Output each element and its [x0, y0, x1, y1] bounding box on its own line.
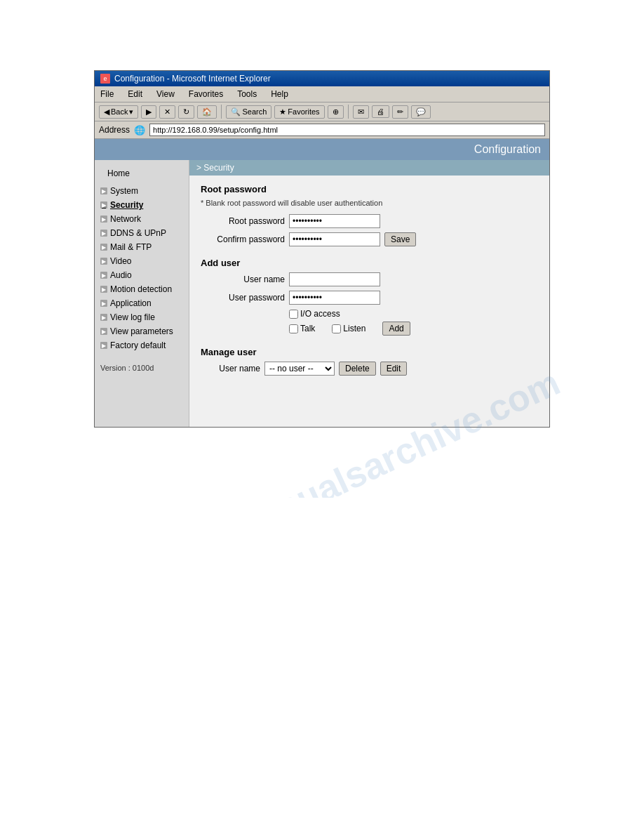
address-globe-icon: 🌐 [134, 125, 145, 135]
address-bar: Address 🌐 [95, 121, 549, 139]
sidebar: Home ▶ System ▶ Security ▶ Network [95, 160, 189, 427]
media-icon: ⊕ [333, 107, 339, 117]
back-button[interactable]: ◀ Back ▾ [99, 105, 138, 119]
search-icon: 🔍 [231, 107, 241, 117]
talk-checkbox-item: Talk [289, 324, 315, 333]
arrow-icon: ▶ [100, 328, 107, 335]
talk-label: Talk [300, 324, 315, 333]
root-password-input[interactable] [289, 214, 380, 228]
talk-checkbox[interactable] [289, 324, 298, 333]
mail-icon: ✉ [358, 107, 364, 117]
sidebar-item-security[interactable]: ▶ Security [95, 198, 189, 212]
menu-file[interactable]: File [98, 88, 116, 100]
confirm-password-row: Confirm password Save [201, 232, 538, 246]
arrow-icon: ▶ [100, 258, 107, 265]
menu-bar: File Edit View Favorites Tools Help [95, 86, 549, 102]
talk-listen-row: Talk Listen Add [289, 322, 538, 336]
io-access-checkbox-item: I/O access [289, 309, 340, 319]
sidebar-item-ddns[interactable]: ▶ DDNS & UPnP [95, 226, 189, 240]
section-header: > Security [189, 160, 549, 176]
edit-button[interactable]: Edit [380, 362, 408, 376]
menu-edit[interactable]: Edit [125, 88, 145, 100]
arrow-icon: ▶ [100, 300, 107, 307]
sidebar-item-application[interactable]: ▶ Application [95, 296, 189, 310]
menu-help[interactable]: Help [268, 88, 291, 100]
page-content: Configuration Home ▶ System ▶ Security [95, 139, 549, 427]
forward-icon: ▶ [146, 107, 152, 117]
username-input[interactable] [289, 272, 380, 286]
sidebar-item-motion[interactable]: ▶ Motion detection [95, 282, 189, 296]
toolbar: ◀ Back ▾ ▶ ✕ ↻ 🏠 🔍 Search ★ [95, 102, 549, 121]
title-bar: e Configuration - Microsoft Internet Exp… [95, 71, 549, 86]
mail-button[interactable]: ✉ [353, 105, 369, 119]
window-title: Configuration - Microsoft Internet Explo… [114, 74, 271, 84]
manage-user-select[interactable]: -- no user -- [264, 362, 335, 376]
home-browser-button[interactable]: 🏠 [197, 105, 217, 119]
edit-browser-button[interactable]: ✏ [392, 105, 408, 119]
sidebar-item-mail[interactable]: ▶ Mail & FTP [95, 240, 189, 254]
menu-tools[interactable]: Tools [234, 88, 260, 100]
arrow-icon: ▶ [100, 230, 107, 237]
manage-user-row: User name -- no user -- Delete Edit [201, 362, 538, 376]
add-user-section: Add user User name User password [201, 258, 538, 336]
arrow-icon: ▶ [100, 244, 107, 251]
arrow-icon: ▶ [100, 187, 107, 194]
address-label: Address [99, 125, 130, 135]
sidebar-item-system[interactable]: ▶ System [95, 184, 189, 198]
manage-user-section: Manage user User name -- no user -- Dele… [201, 347, 538, 376]
username-row: User name [201, 272, 538, 286]
arrow-icon: ▶ [100, 216, 107, 223]
sidebar-item-audio[interactable]: ▶ Audio [95, 268, 189, 282]
stop-button[interactable]: ✕ [159, 105, 175, 119]
blank-password-note: * Blank root password will disable user … [201, 199, 538, 207]
favorites-button[interactable]: ★ Favorites [274, 105, 324, 119]
print-button[interactable]: 🖨 [372, 105, 389, 118]
star-icon: ★ [279, 107, 286, 117]
version-text: Version : 0100d [95, 352, 189, 375]
arrow-icon: ▶ [100, 286, 107, 293]
root-password-label: Root password [201, 216, 285, 226]
arrow-icon: ▶ [100, 314, 107, 321]
add-user-title: Add user [201, 258, 538, 268]
discuss-button[interactable]: 💬 [411, 105, 431, 119]
confirm-password-input[interactable] [289, 232, 380, 246]
listen-checkbox-item: Listen [332, 324, 365, 333]
search-button[interactable]: 🔍 Search [226, 105, 271, 119]
sidebar-item-network[interactable]: ▶ Network [95, 212, 189, 226]
refresh-icon: ↻ [183, 107, 189, 117]
menu-favorites[interactable]: Favorites [186, 88, 226, 100]
refresh-button[interactable]: ↻ [178, 105, 194, 119]
sidebar-item-factory[interactable]: ▶ Factory default [95, 338, 189, 352]
sidebar-item-viewlog[interactable]: ▶ View log file [95, 310, 189, 324]
address-input[interactable] [149, 124, 545, 136]
add-button[interactable]: Add [382, 322, 410, 336]
root-password-title: Root password [201, 184, 538, 194]
save-button[interactable]: Save [384, 232, 416, 246]
home-icon: 🏠 [202, 107, 212, 117]
sidebar-item-home[interactable]: Home [95, 166, 189, 184]
back-icon: ◀ [104, 107, 109, 117]
user-password-input[interactable] [289, 291, 380, 305]
media-button[interactable]: ⊕ [328, 105, 344, 119]
root-password-row: Root password [201, 214, 538, 228]
sidebar-item-viewparams[interactable]: ▶ View parameters [95, 324, 189, 338]
user-password-label: User password [201, 293, 285, 303]
config-header: Configuration [95, 139, 549, 160]
config-header-title: Configuration [474, 143, 541, 155]
arrow-icon: ▶ [100, 201, 107, 208]
listen-checkbox[interactable] [332, 324, 341, 333]
dropdown-icon: ▾ [129, 107, 133, 117]
main-layout: Home ▶ System ▶ Security ▶ Network [95, 160, 549, 427]
menu-view[interactable]: View [154, 88, 177, 100]
discuss-icon: 💬 [416, 107, 426, 117]
sidebar-item-video[interactable]: ▶ Video [95, 254, 189, 268]
io-access-checkbox[interactable] [289, 310, 298, 319]
forward-button[interactable]: ▶ [141, 105, 156, 119]
browser-icon: e [100, 74, 110, 84]
confirm-password-label: Confirm password [201, 234, 285, 244]
listen-label: Listen [343, 324, 365, 333]
user-password-row: User password [201, 291, 538, 305]
delete-button[interactable]: Delete [339, 362, 376, 376]
edit-icon: ✏ [397, 107, 403, 117]
right-content: > Security Root password * Blank root pa… [189, 160, 549, 427]
